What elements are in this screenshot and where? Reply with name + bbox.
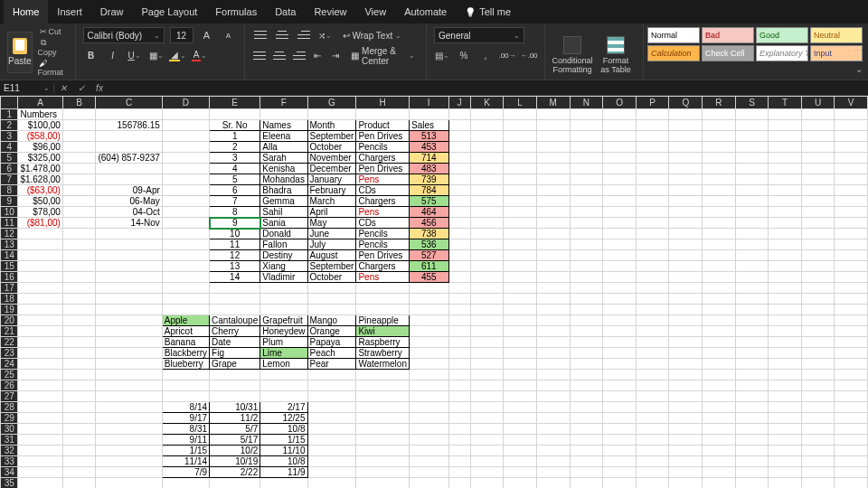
row-header-13[interactable]: 13 [1, 239, 18, 250]
merge-center-button[interactable]: ▦ Merge & Center⌄ [347, 48, 419, 64]
cell-O1[interactable] [603, 109, 637, 120]
cell-V17[interactable] [835, 283, 868, 294]
cell-L15[interactable] [504, 261, 536, 272]
cell-K32[interactable] [470, 446, 504, 456]
cell-U6[interactable] [801, 164, 835, 174]
cell-T19[interactable] [769, 305, 801, 315]
cell-S22[interactable] [735, 337, 769, 348]
cell-U23[interactable] [801, 348, 835, 359]
row-header-2[interactable]: 2 [1, 120, 18, 131]
cell-Q12[interactable] [669, 229, 703, 239]
cell-H20[interactable]: Pineapple [356, 315, 410, 326]
cell-T35[interactable] [769, 478, 801, 489]
cell-K22[interactable] [470, 337, 504, 348]
cell-S4[interactable] [735, 142, 769, 153]
cell-E10[interactable]: 8 [210, 207, 260, 218]
cell-G27[interactable] [307, 391, 356, 402]
row-header-22[interactable]: 22 [1, 337, 18, 348]
cell-C20[interactable] [96, 315, 162, 326]
cell-B18[interactable] [62, 294, 96, 305]
cell-U13[interactable] [801, 239, 835, 250]
orientation[interactable]: ⤭⌄ [317, 27, 334, 43]
cell-V4[interactable] [835, 142, 868, 153]
cell-O18[interactable] [603, 294, 637, 305]
cell-L26[interactable] [504, 380, 536, 391]
cell-H35[interactable] [356, 478, 410, 489]
cell-D21[interactable]: Apricot [162, 326, 209, 337]
cell-F30[interactable]: 10/8 [260, 424, 307, 435]
cell-N11[interactable] [570, 218, 603, 229]
cell-U21[interactable] [801, 326, 835, 337]
cell-B8[interactable] [62, 185, 96, 196]
cell-P31[interactable] [636, 435, 669, 446]
cell-P19[interactable] [636, 305, 669, 315]
cell-G11[interactable]: May [307, 218, 356, 229]
cell-T29[interactable] [769, 413, 801, 424]
cell-V15[interactable] [835, 261, 868, 272]
cell-V29[interactable] [835, 413, 868, 424]
col-header-K[interactable]: K [470, 97, 504, 109]
cell-G4[interactable]: October [307, 142, 356, 153]
cell-J22[interactable] [448, 337, 470, 348]
cell-Q11[interactable] [669, 218, 703, 229]
cell-A25[interactable] [18, 370, 63, 380]
cell-J31[interactable] [448, 435, 470, 446]
cell-V9[interactable] [835, 196, 868, 207]
cell-G30[interactable] [307, 424, 356, 435]
cell-O8[interactable] [603, 185, 637, 196]
cell-F35[interactable] [260, 478, 307, 489]
cell-N13[interactable] [570, 239, 603, 250]
cell-J10[interactable] [448, 207, 470, 218]
cell-C29[interactable] [96, 413, 162, 424]
col-header-S[interactable]: S [735, 97, 769, 109]
cell-N7[interactable] [570, 174, 603, 185]
cell-J9[interactable] [448, 196, 470, 207]
cell-E26[interactable] [210, 380, 260, 391]
cancel-formula-icon[interactable]: ✕ [54, 83, 72, 93]
cell-U33[interactable] [801, 456, 835, 467]
row-header-28[interactable]: 28 [1, 402, 18, 413]
cell-V7[interactable] [835, 174, 868, 185]
align-top[interactable] [252, 27, 269, 43]
cell-E15[interactable]: 13 [210, 261, 260, 272]
cell-U30[interactable] [801, 424, 835, 435]
cell-L31[interactable] [504, 435, 536, 446]
cell-E34[interactable]: 2/22 [210, 467, 260, 478]
row-header-34[interactable]: 34 [1, 467, 18, 478]
cell-L23[interactable] [504, 348, 536, 359]
cell-O32[interactable] [603, 446, 637, 456]
cell-J13[interactable] [448, 239, 470, 250]
cell-S32[interactable] [735, 446, 769, 456]
cell-V26[interactable] [835, 380, 868, 391]
decrease-indent[interactable]: ⇤ [312, 48, 325, 64]
cell-R16[interactable] [703, 272, 736, 283]
cell-B31[interactable] [62, 435, 96, 446]
cell-N28[interactable] [570, 402, 603, 413]
cell-U29[interactable] [801, 413, 835, 424]
cell-S10[interactable] [735, 207, 769, 218]
style-normal[interactable]: Normal [647, 27, 700, 43]
cell-C34[interactable] [96, 467, 162, 478]
cell-Q3[interactable] [669, 131, 703, 142]
col-header-H[interactable]: H [356, 97, 410, 109]
cell-D9[interactable] [162, 196, 209, 207]
cell-V11[interactable] [835, 218, 868, 229]
cell-S34[interactable] [735, 467, 769, 478]
cell-H13[interactable]: Pencils [356, 239, 410, 250]
cell-I19[interactable] [409, 305, 448, 315]
cell-C26[interactable] [96, 380, 162, 391]
cell-K28[interactable] [470, 402, 504, 413]
row-header-5[interactable]: 5 [1, 153, 18, 164]
cell-R17[interactable] [703, 283, 736, 294]
cell-C31[interactable] [96, 435, 162, 446]
cell-O15[interactable] [603, 261, 637, 272]
cell-H14[interactable]: Pen Drives [356, 250, 410, 261]
cell-K34[interactable] [470, 467, 504, 478]
cell-F6[interactable]: Kenisha [260, 164, 307, 174]
cell-U19[interactable] [801, 305, 835, 315]
cell-L25[interactable] [504, 370, 536, 380]
col-header-J[interactable]: J [448, 97, 470, 109]
cell-P26[interactable] [636, 380, 669, 391]
cell-G21[interactable]: Orange [307, 326, 356, 337]
col-header-G[interactable]: G [307, 97, 356, 109]
